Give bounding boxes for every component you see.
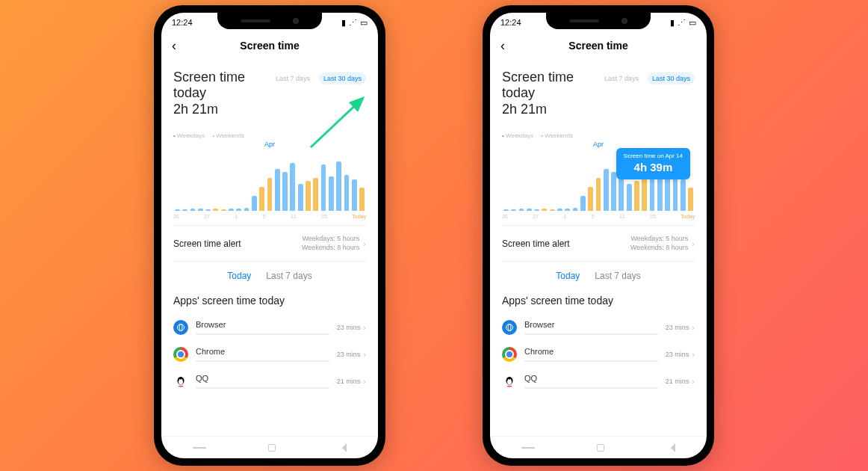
hero-line1: Screen time — [502, 70, 574, 85]
app-row-chrome[interactable]: Chrome 23 mins› — [173, 341, 366, 368]
tabs: Today Last 7 days — [173, 262, 366, 290]
app-row-qq[interactable]: QQ 21 mins› — [502, 368, 695, 395]
phone-mockup-right: 12:24 ▮ ⋰ ▭ ‹ Screen time Screen time to… — [483, 5, 714, 466]
screen-time-alert-row[interactable]: Screen time alert Weekdays: 5 hours Week… — [502, 225, 695, 262]
nav-recent-icon[interactable] — [521, 447, 535, 449]
wifi-icon: ⋰ — [349, 18, 357, 28]
page-title: Screen time — [568, 40, 627, 52]
tooltip-title: Screen time on Apr 14 — [624, 153, 683, 159]
tab-last-7-days[interactable]: Last 7 days — [266, 271, 311, 281]
page-title: Screen time — [240, 40, 299, 52]
usage-chart[interactable]: Screen time on Apr 14 4h 39m — [502, 151, 695, 211]
notch — [546, 13, 651, 29]
alert-weekdays: Weekdays: 5 hours — [302, 235, 359, 244]
chart-x-axis: 26271 51115 Today — [502, 214, 695, 219]
chart-legend: Weekdays Weekends — [173, 132, 366, 139]
chip-last-30-days[interactable]: Last 30 days — [319, 73, 366, 84]
alert-weekdays: Weekdays: 5 hours — [630, 235, 688, 244]
alert-weekends: Weekends: 8 hours — [302, 244, 359, 253]
svg-point-12 — [510, 379, 512, 381]
app-time: 23 mins — [337, 351, 361, 358]
signal-icon: ▮ — [341, 18, 346, 28]
chevron-right-icon: › — [692, 350, 695, 359]
chevron-right-icon: › — [363, 377, 366, 386]
chevron-right-icon: › — [363, 350, 366, 359]
legend-weekdays: Weekdays — [173, 132, 205, 139]
alert-label: Screen time alert — [173, 238, 241, 249]
tab-today[interactable]: Today — [556, 271, 580, 281]
svg-point-5 — [182, 379, 183, 381]
content: Screen time today 2h 21m Last 7 days Las… — [490, 59, 707, 436]
hero-line2: today — [502, 85, 574, 101]
chevron-right-icon: › — [363, 239, 366, 248]
nav-home-icon[interactable] — [268, 444, 276, 452]
hero: Screen time today 2h 21m Last 7 days Las… — [173, 59, 366, 122]
svg-point-8 — [508, 324, 511, 331]
nav-home-icon[interactable] — [597, 444, 604, 452]
app-usage-bar — [524, 333, 658, 335]
nav-recent-icon[interactable] — [193, 447, 206, 449]
chevron-right-icon: › — [363, 323, 366, 332]
app-row-browser[interactable]: Browser 23 mins› — [173, 314, 366, 341]
svg-point-0 — [178, 324, 185, 331]
top-bar: ‹ Screen time — [490, 32, 707, 59]
chevron-right-icon: › — [692, 239, 695, 248]
usage-chart[interactable] — [173, 151, 366, 211]
app-name: QQ — [524, 374, 658, 383]
alert-label: Screen time alert — [502, 238, 570, 249]
chip-last-7-days[interactable]: Last 7 days — [600, 73, 643, 84]
back-icon[interactable]: ‹ — [500, 38, 505, 54]
app-time: 23 mins — [337, 324, 361, 331]
hero: Screen time today 2h 21m Last 7 days Las… — [502, 59, 695, 122]
top-bar: ‹ Screen time — [161, 32, 378, 59]
chevron-right-icon: › — [692, 377, 695, 386]
app-name: Chrome — [196, 347, 329, 356]
back-icon[interactable]: ‹ — [172, 38, 176, 54]
app-row-qq[interactable]: QQ 21 mins› — [173, 368, 366, 395]
app-row-browser[interactable]: Browser 23 mins› — [502, 314, 695, 341]
app-name: Browser — [196, 320, 329, 329]
chip-last-7-days[interactable]: Last 7 days — [271, 73, 314, 84]
tab-last-7-days[interactable]: Last 7 days — [595, 271, 640, 281]
chart-month: Apr — [502, 141, 695, 148]
svg-point-4 — [179, 379, 181, 381]
hero-line2: today — [173, 85, 245, 101]
screen-time-alert-row[interactable]: Screen time alert Weekdays: 5 hours Week… — [173, 225, 366, 262]
nav-back-icon[interactable] — [338, 443, 347, 452]
apps-section-title: Apps' screen time today — [502, 290, 695, 314]
chevron-right-icon: › — [692, 323, 695, 332]
status-icons: ▮ ⋰ ▭ — [670, 18, 696, 28]
phone-mockup-left: 12:24 ▮ ⋰ ▭ ‹ Screen time Screen time to… — [154, 5, 385, 466]
tab-today[interactable]: Today — [227, 271, 251, 281]
legend-weekdays: Weekdays — [502, 132, 533, 139]
app-row-chrome[interactable]: Chrome 23 mins› — [502, 341, 695, 368]
app-time: 23 mins — [666, 324, 689, 331]
tabs: Today Last 7 days — [502, 262, 695, 290]
tooltip-value: 4h 39m — [624, 161, 683, 173]
svg-point-10 — [507, 380, 512, 385]
hero-value: 2h 21m — [173, 102, 245, 117]
signal-icon: ▮ — [670, 18, 675, 28]
hero-value: 2h 21m — [502, 102, 574, 117]
battery-icon: ▭ — [360, 18, 368, 28]
app-usage-bar — [196, 387, 329, 389]
android-nav-bar — [490, 436, 707, 458]
content: Screen time today 2h 21m Last 7 days Las… — [161, 59, 378, 436]
svg-point-7 — [506, 324, 513, 331]
status-icons: ▮ ⋰ ▭ — [341, 18, 368, 28]
status-time: 12:24 — [500, 18, 521, 27]
nav-back-icon[interactable] — [666, 443, 675, 452]
chart-tooltip: Screen time on Apr 14 4h 39m — [616, 148, 690, 179]
app-name: Browser — [524, 320, 658, 329]
app-usage-bar — [524, 387, 658, 389]
screen: 12:24 ▮ ⋰ ▭ ‹ Screen time Screen time to… — [161, 13, 378, 458]
battery-icon: ▭ — [689, 18, 696, 28]
notch — [217, 13, 322, 29]
chart-legend: Weekdays Weekends — [502, 132, 695, 139]
chip-last-30-days[interactable]: Last 30 days — [648, 73, 695, 84]
alert-weekends: Weekends: 8 hours — [630, 244, 688, 253]
hero-line1: Screen time — [173, 70, 245, 85]
android-nav-bar — [161, 436, 378, 458]
apps-section-title: Apps' screen time today — [173, 290, 366, 314]
status-time: 12:24 — [172, 18, 193, 27]
